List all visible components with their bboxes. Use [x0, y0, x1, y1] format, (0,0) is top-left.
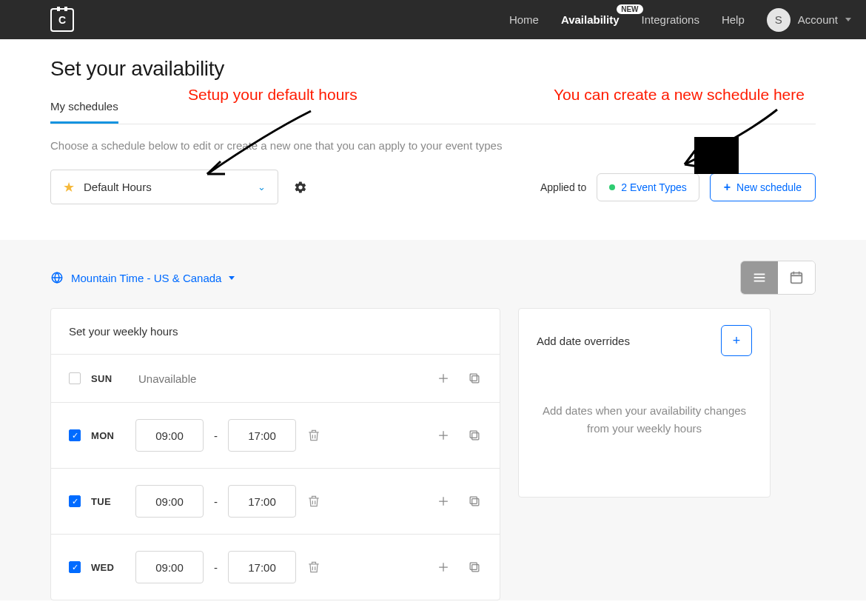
- copy-times-button[interactable]: [467, 494, 482, 509]
- svg-rect-1: [754, 274, 765, 275]
- svg-rect-10: [470, 497, 477, 503]
- start-time-mon[interactable]: 09:00: [135, 419, 204, 452]
- topbar: C Home Availability NEW Integrations Hel…: [0, 0, 866, 39]
- schedule-controls: ★ Default Hours ⌄ Applied to 2 Event Typ…: [50, 170, 816, 204]
- svg-rect-6: [470, 374, 477, 381]
- copy-times-button[interactable]: [467, 560, 482, 575]
- day-checkbox-tue[interactable]: [69, 495, 81, 507]
- day-label-wed: WED: [91, 562, 125, 573]
- logo-letter: C: [58, 14, 66, 26]
- delete-interval-tue[interactable]: [306, 494, 321, 509]
- nav-help[interactable]: Help: [722, 13, 745, 26]
- delete-interval-mon[interactable]: [306, 428, 321, 443]
- nav-availability-label: Availability: [561, 13, 620, 26]
- day-row-mon: MON 09:00 - 17:00: [51, 402, 500, 468]
- view-calendar-button[interactable]: [778, 261, 815, 294]
- timezone-label: Mountain Time - US & Canada: [71, 272, 221, 284]
- add-interval-button[interactable]: [436, 371, 451, 386]
- svg-rect-7: [472, 433, 479, 440]
- avatar: S: [767, 8, 791, 32]
- day-row-tue: TUE 09:00 - 17:00: [51, 468, 500, 534]
- view-list-button[interactable]: [741, 261, 778, 294]
- svg-rect-8: [470, 431, 477, 438]
- app-logo[interactable]: C: [50, 8, 74, 32]
- timezone-row: Mountain Time - US & Canada: [50, 261, 816, 295]
- panels: Set your weekly hours SUN Unavailable MO…: [50, 308, 816, 600]
- schedule-selector-label: Default Hours: [84, 181, 249, 193]
- plus-icon: +: [733, 333, 741, 349]
- svg-rect-2: [754, 277, 765, 278]
- globe-icon: [50, 271, 64, 284]
- weekly-hours-panel: Set your weekly hours SUN Unavailable MO…: [50, 308, 500, 600]
- chevron-down-icon: [229, 276, 235, 280]
- day-checkbox-wed[interactable]: [69, 561, 81, 573]
- svg-rect-5: [472, 376, 479, 383]
- event-types-button[interactable]: 2 Event Types: [597, 173, 699, 201]
- date-overrides-panel: Add date overrides + Add dates when your…: [518, 308, 771, 498]
- svg-rect-3: [754, 281, 765, 282]
- main-nav: Home Availability NEW Integrations Help …: [509, 8, 851, 32]
- account-label: Account: [798, 13, 838, 26]
- overrides-empty-text: Add dates when your availability changes…: [519, 372, 770, 497]
- day-row-actions: [436, 428, 482, 443]
- nav-home[interactable]: Home: [509, 13, 539, 26]
- day-row-wed: WED 09:00 - 17:00: [51, 534, 500, 600]
- svg-rect-4: [791, 273, 802, 284]
- end-time-tue[interactable]: 17:00: [228, 485, 296, 518]
- delete-interval-wed[interactable]: [306, 560, 321, 575]
- nav-availability[interactable]: Availability NEW: [561, 13, 620, 26]
- day-row-actions: [436, 560, 482, 575]
- schedule-settings-button[interactable]: [293, 180, 308, 195]
- add-interval-button[interactable]: [436, 428, 451, 443]
- page-title: Set your availability: [50, 57, 816, 81]
- day-row-actions: [436, 371, 482, 386]
- timezone-selector[interactable]: Mountain Time - US & Canada: [50, 271, 235, 284]
- schedule-workarea: Mountain Time - US & Canada Set your wee…: [0, 240, 866, 600]
- schedule-selector[interactable]: ★ Default Hours ⌄: [50, 170, 278, 204]
- day-checkbox-sun[interactable]: [69, 372, 81, 384]
- time-dash: -: [214, 429, 218, 442]
- nav-availability-badge: NEW: [617, 4, 642, 14]
- day-row-actions: [436, 494, 482, 509]
- nav-integrations[interactable]: Integrations: [642, 13, 699, 26]
- overrides-title: Add date overrides: [537, 335, 630, 347]
- weekly-hours-title: Set your weekly hours: [51, 309, 500, 354]
- tab-my-schedules[interactable]: My schedules: [50, 96, 118, 124]
- applied-to-group: Applied to 2 Event Types + New schedule: [540, 173, 816, 201]
- start-time-tue[interactable]: 09:00: [135, 485, 204, 518]
- svg-rect-12: [470, 563, 477, 569]
- copy-times-button[interactable]: [467, 371, 482, 386]
- redaction-box: [694, 137, 739, 174]
- day-checkbox-mon[interactable]: [69, 429, 81, 441]
- day-label-sun: SUN: [91, 373, 125, 384]
- add-interval-button[interactable]: [436, 494, 451, 509]
- page-header-area: Set your availability My schedules Choos…: [0, 39, 866, 222]
- day-sun-unavailable: Unavailable: [138, 372, 196, 385]
- day-label-tue: TUE: [91, 496, 125, 507]
- add-interval-button[interactable]: [436, 560, 451, 575]
- svg-rect-11: [472, 565, 479, 572]
- star-icon: ★: [63, 179, 75, 195]
- plus-icon: +: [724, 181, 731, 193]
- view-toggle: [740, 261, 816, 295]
- chevron-down-icon: ⌄: [258, 181, 266, 192]
- applied-to-label: Applied to: [540, 181, 586, 193]
- tab-bar: My schedules: [50, 96, 816, 124]
- status-dot-icon: [609, 184, 615, 190]
- add-override-button[interactable]: +: [721, 325, 752, 356]
- start-time-wed[interactable]: 09:00: [135, 551, 204, 583]
- overrides-header: Add date overrides +: [519, 309, 770, 372]
- time-dash: -: [214, 561, 218, 574]
- account-menu[interactable]: S Account: [767, 8, 851, 32]
- chevron-down-icon: [845, 18, 851, 21]
- time-dash: -: [214, 495, 218, 508]
- event-types-count: 2 Event Types: [621, 181, 686, 193]
- day-row-sun: SUN Unavailable: [51, 354, 500, 402]
- svg-rect-9: [472, 499, 479, 506]
- copy-times-button[interactable]: [467, 428, 482, 443]
- end-time-wed[interactable]: 17:00: [228, 551, 296, 583]
- end-time-mon[interactable]: 17:00: [228, 419, 296, 452]
- calendar-icon: [788, 270, 805, 286]
- new-schedule-button[interactable]: + New schedule: [710, 173, 816, 201]
- gear-icon: [294, 181, 307, 194]
